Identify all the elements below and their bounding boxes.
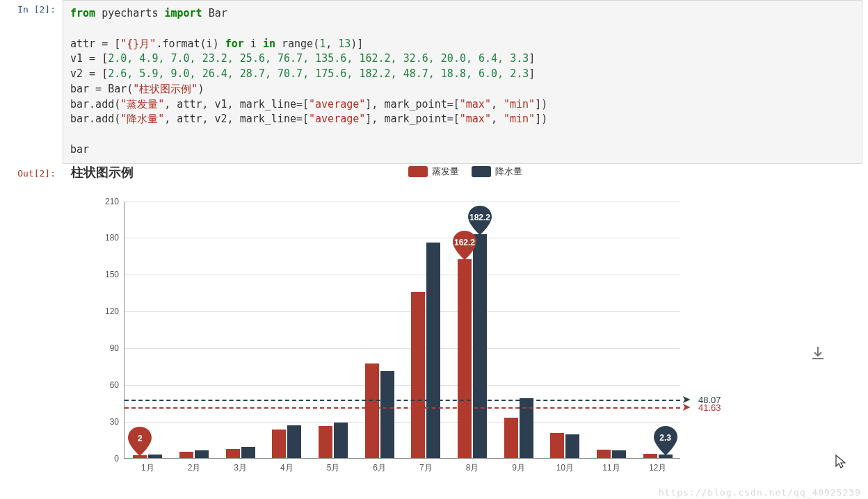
- code-text: bar.add(: [70, 113, 120, 125]
- cursor-icon: [835, 454, 847, 473]
- string-literal: "柱状图示例": [133, 83, 198, 95]
- plot-area: 03060901201501802101月2月3月4月5月6月7月8月9月10月…: [124, 202, 680, 459]
- bar-series2[interactable]: [241, 447, 255, 458]
- string-literal: "蒸发量": [120, 98, 164, 111]
- x-tick-label: 9月: [512, 462, 525, 474]
- kw-import: import: [164, 7, 202, 19]
- bar-series2[interactable]: [473, 234, 487, 457]
- code-text: ], mark_point=[: [365, 113, 459, 125]
- grid-line: [124, 348, 680, 349]
- y-tick-label: 120: [105, 306, 119, 316]
- x-tick-label: 8月: [466, 462, 479, 474]
- x-tick-label: 3月: [234, 462, 247, 474]
- bar-series1[interactable]: [458, 259, 472, 458]
- x-tick-label: 2月: [188, 462, 201, 474]
- bar-group: [458, 234, 487, 457]
- legend-swatch-blue: [472, 166, 491, 177]
- bar-group: [597, 450, 626, 457]
- code-text: )]: [351, 38, 363, 50]
- bar-series2[interactable]: [195, 450, 209, 457]
- mark-point-min-red[interactable]: 2: [128, 427, 152, 456]
- x-tick-label: 10月: [556, 462, 574, 474]
- code-text: bar.add(: [70, 98, 120, 111]
- x-tick-label: 6月: [373, 462, 386, 474]
- bar-series2[interactable]: [334, 423, 348, 458]
- grid-line: [124, 202, 680, 202]
- y-tick-label: 150: [105, 270, 119, 279]
- code-text: attr = [: [70, 38, 120, 50]
- bar-series2[interactable]: [612, 450, 626, 458]
- kw-for: for: [225, 38, 244, 50]
- bar-series1[interactable]: [365, 363, 379, 457]
- bar-series1[interactable]: [226, 449, 240, 457]
- bar-series1[interactable]: [179, 452, 193, 458]
- legend-item-s1[interactable]: 蒸发量: [408, 165, 459, 178]
- code-text: ]: [529, 67, 535, 80]
- chart-title: 柱状图示例: [71, 164, 134, 181]
- code-text: .format(i): [156, 38, 225, 50]
- mark-point-max-blue[interactable]: 182.2: [468, 206, 492, 235]
- string-literal: "max": [460, 98, 491, 111]
- bar-series2[interactable]: [380, 371, 394, 458]
- code-text: , attr, v2, mark_line=[: [164, 113, 309, 125]
- grid-line: [124, 238, 680, 238]
- in-prompt: In [2]:: [0, 0, 63, 15]
- x-tick-label: 4月: [280, 462, 294, 474]
- string-literal: "max": [460, 113, 491, 125]
- chart[interactable]: 03060901201501802101月2月3月4月5月6月7月8月9月10月…: [68, 195, 764, 486]
- legend-label: 降水量: [495, 165, 522, 178]
- x-tick-label: 12月: [649, 462, 666, 474]
- y-tick-label: 0: [114, 454, 119, 464]
- code-text: ,: [491, 113, 504, 125]
- average-line: [124, 400, 680, 401]
- watermark: https://blog.csdn.net/qq_40925239: [659, 487, 861, 498]
- code-text: ]: [529, 52, 535, 65]
- y-tick-label: 90: [110, 343, 119, 353]
- code-area[interactable]: from pyecharts import Bar attr = ["{}月".…: [63, 0, 862, 164]
- bar-group: [226, 447, 255, 458]
- bar-group: [411, 243, 440, 457]
- code-text: ]): [535, 113, 547, 125]
- num-list: 2.0, 4.9, 7.0, 23.2, 25.6, 76.7, 135.6, …: [108, 52, 529, 65]
- bar-series2[interactable]: [565, 434, 579, 457]
- mod-name: pyecharts: [95, 7, 164, 19]
- bar-series1[interactable]: [411, 292, 425, 458]
- legend-item-s2[interactable]: 降水量: [472, 165, 522, 178]
- bar-series2[interactable]: [520, 398, 533, 458]
- string-literal: "min": [504, 113, 535, 125]
- bar-group: [272, 425, 301, 458]
- bar-series1[interactable]: [272, 430, 286, 458]
- average-arrow-icon: ➤: [682, 402, 691, 413]
- bar-series2[interactable]: [426, 243, 440, 457]
- mark-point-min-blue[interactable]: 2.3: [654, 426, 677, 455]
- kw-from: from: [70, 7, 95, 19]
- out-prompt: Out[2]:: [0, 164, 63, 179]
- code-text: , attr, v1, mark_line=[: [164, 98, 309, 111]
- grid-line: [124, 311, 680, 312]
- y-tick-label: 30: [110, 417, 119, 427]
- bar-group: [504, 398, 533, 458]
- output-area: 柱状图示例 蒸发量 降水量 03060901201501802101月2月3月4…: [63, 164, 868, 500]
- code-text: ], mark_point=[: [365, 98, 459, 111]
- num-literal: 1: [319, 38, 326, 50]
- bar-series1[interactable]: [319, 426, 332, 457]
- x-tick-label: 7月: [419, 462, 433, 474]
- bar-series1[interactable]: [504, 418, 518, 457]
- code-text: bar: [70, 143, 89, 156]
- average-line: [124, 407, 680, 409]
- string-literal: "min": [504, 98, 535, 111]
- average-label: 41.63: [698, 402, 721, 413]
- string-literal: "average": [309, 113, 365, 125]
- bar-series1[interactable]: [597, 450, 611, 457]
- code-text: bar = Bar(: [70, 83, 133, 95]
- code-text: ): [198, 83, 204, 95]
- code-text: v1 = [: [70, 52, 108, 65]
- bar-group: [179, 450, 209, 457]
- y-tick-label: 60: [110, 380, 119, 390]
- bar-series1[interactable]: [550, 433, 564, 457]
- bar-group: [550, 433, 579, 457]
- bar-group: [365, 363, 394, 457]
- download-icon[interactable]: [810, 345, 826, 361]
- bar-series2[interactable]: [287, 425, 301, 458]
- string-literal: "降水量": [120, 113, 164, 125]
